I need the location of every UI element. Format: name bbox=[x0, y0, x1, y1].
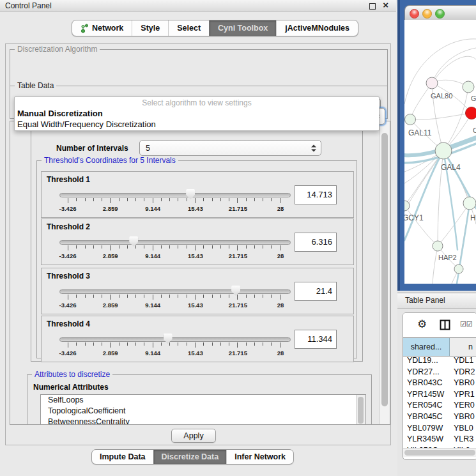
threshold-2-slider[interactable]: -3.4262.8599.14415.4321.71528 bbox=[59, 236, 291, 263]
tick-label: 9.144 bbox=[145, 205, 160, 212]
table-cell-name[interactable]: YER0 bbox=[454, 400, 475, 411]
threshold-2-value-field[interactable]: 6.316 bbox=[295, 233, 337, 252]
app-root: Control Panel × Network Style Select Cyn… bbox=[0, 0, 476, 476]
split-columns-icon[interactable] bbox=[440, 319, 450, 330]
threshold-4-value-field[interactable]: 11.344 bbox=[295, 330, 337, 349]
attribute-item[interactable]: TopologicalCoefficient bbox=[41, 406, 365, 417]
algorithm-option-manual[interactable]: Manual Discretization bbox=[17, 108, 376, 119]
algorithm-dropdown-popup: Select algorithm to view settings Manual… bbox=[14, 96, 380, 131]
threshold-1-panel: Threshold 1 -3.4262.8599.14415.4321.7152… bbox=[41, 171, 354, 218]
network-node[interactable] bbox=[463, 197, 476, 210]
table-row[interactable]: YER054CYER0 bbox=[403, 400, 476, 411]
table-cell-name[interactable]: YDL1 bbox=[454, 355, 473, 367]
checkboxes-icon[interactable]: ☑☑ bbox=[460, 320, 473, 328]
table-horizontal-scrollbar[interactable] bbox=[403, 448, 476, 457]
threshold-3-panel: Threshold 3 -3.4262.8599.14415.4321.7152… bbox=[41, 268, 354, 314]
tick-label: 21.715 bbox=[229, 205, 247, 212]
table-cell-shared-name[interactable]: YDL19... bbox=[407, 355, 438, 367]
close-icon[interactable]: × bbox=[383, 0, 388, 11]
network-canvas[interactable]: GAL80 G C GAL11 GAL4 GCY1 H HAP2 bbox=[404, 20, 476, 284]
network-thick-edges bbox=[404, 137, 476, 284]
table-row[interactable]: YPR145WYPR1 bbox=[403, 389, 476, 401]
close-traffic-light-icon[interactable] bbox=[410, 9, 419, 19]
network-node-selected[interactable] bbox=[466, 107, 476, 119]
thresholds-group-title: Threshold's Coordinates for 5 Intervals bbox=[42, 156, 178, 165]
settings-scrollbar-thumb[interactable] bbox=[381, 133, 388, 406]
slider-ticks bbox=[68, 245, 280, 252]
zoom-traffic-light-icon[interactable] bbox=[435, 9, 445, 19]
table-cell-shared-name[interactable]: YBR045C bbox=[407, 411, 443, 423]
tab-infer-network[interactable]: Infer Network bbox=[226, 450, 293, 464]
table-panel-title: Table Panel bbox=[405, 293, 445, 308]
threshold-1-slider[interactable]: -3.4262.8599.14415.4321.71528 bbox=[59, 188, 291, 215]
table-cell-name[interactable]: YBR0 bbox=[454, 411, 475, 423]
tab-impute-data[interactable]: Impute Data bbox=[92, 450, 153, 464]
table-cell-shared-name[interactable]: YLR345W bbox=[407, 434, 443, 445]
node-label-gal4: GAL4 bbox=[441, 163, 461, 172]
table-toolbar: ⚙ ☑☑ bbox=[403, 313, 476, 337]
network-node[interactable] bbox=[405, 114, 416, 125]
table-header-name[interactable]: n bbox=[450, 338, 476, 356]
minimize-traffic-light-icon[interactable] bbox=[422, 9, 432, 19]
tick-label: 28 bbox=[277, 349, 284, 357]
apply-button[interactable]: Apply bbox=[171, 429, 216, 443]
settings-scrollbar[interactable] bbox=[380, 121, 390, 424]
network-node[interactable] bbox=[435, 142, 452, 159]
table-cell-shared-name[interactable]: YPR145W bbox=[407, 389, 444, 401]
table-cell-shared-name[interactable]: YER054C bbox=[407, 400, 443, 411]
table-cell-name[interactable]: YBR0 bbox=[454, 378, 475, 389]
threshold-1-value-field[interactable]: 14.713 bbox=[295, 185, 337, 204]
algorithm-prompt-option[interactable]: Select algorithm to view settings bbox=[15, 98, 379, 108]
table-cell-name[interactable]: YLR3 bbox=[454, 434, 473, 445]
threshold-4-slider[interactable]: -3.4262.8599.14415.4321.71528 bbox=[59, 333, 291, 360]
float-window-icon[interactable] bbox=[369, 3, 376, 10]
network-node[interactable] bbox=[463, 81, 474, 93]
table-row[interactable]: YDL19...YDL1 bbox=[403, 355, 476, 367]
threshold-2-label: Threshold 2 bbox=[47, 222, 90, 231]
network-node[interactable] bbox=[454, 265, 463, 273]
table-panel: ⚙ ☑☑ shared... n YDL19...YDL1YDR27...YDR… bbox=[403, 312, 476, 460]
tab-style[interactable]: Style bbox=[132, 20, 168, 36]
table-header-shared-name[interactable]: shared... bbox=[403, 338, 450, 356]
table-cell-shared-name[interactable]: YBL079W bbox=[407, 423, 443, 434]
tab-discretize-data[interactable]: Discretize Data bbox=[153, 450, 227, 464]
table-cell-shared-name[interactable]: YBR043C bbox=[407, 378, 443, 389]
threshold-4-label: Threshold 4 bbox=[47, 319, 90, 328]
tick-label: 28 bbox=[277, 252, 284, 259]
table-row[interactable]: YBR045CYBR0 bbox=[403, 411, 476, 423]
table-cell-shared-name[interactable]: YDR27... bbox=[407, 367, 440, 378]
tick-label: 28 bbox=[277, 205, 284, 212]
tab-network[interactable]: Network bbox=[72, 20, 132, 36]
number-of-intervals-combobox[interactable]: 5 bbox=[139, 140, 321, 156]
table-cell-name[interactable]: YBL0 bbox=[454, 423, 473, 434]
slider-ticks bbox=[68, 295, 280, 301]
table-cell-name[interactable]: YPR1 bbox=[454, 389, 475, 401]
network-node[interactable] bbox=[426, 77, 438, 89]
network-node[interactable] bbox=[404, 201, 410, 211]
threshold-3-value-field[interactable]: 21.4 bbox=[295, 282, 337, 301]
gear-icon[interactable]: ⚙ bbox=[417, 318, 427, 330]
table-row[interactable]: YBL079WYBL0 bbox=[403, 423, 476, 434]
tick-label: 15.43 bbox=[188, 252, 203, 259]
table-row[interactable]: YLR345WYLR3 bbox=[403, 434, 476, 445]
attribute-item[interactable]: BetweennessCentrality bbox=[41, 417, 365, 425]
tab-select[interactable]: Select bbox=[168, 20, 209, 36]
attribute-item[interactable]: SelfLoops bbox=[41, 395, 365, 406]
tab-cyni-toolbox[interactable]: Cyni Toolbox bbox=[209, 20, 276, 36]
table-scrollbar-thumb[interactable] bbox=[404, 450, 475, 456]
table-data-group-title: Table Data bbox=[15, 81, 56, 90]
tick-label: 15.43 bbox=[188, 205, 203, 212]
network-node[interactable] bbox=[433, 241, 443, 251]
threshold-3-slider[interactable]: -3.4262.8599.14415.4321.71528 bbox=[59, 285, 291, 312]
table-row[interactable]: YDR27...YDR2 bbox=[403, 367, 476, 378]
table-row[interactable]: YBR043CYBR0 bbox=[403, 378, 476, 389]
list-scrollbar-thumb[interactable] bbox=[358, 397, 364, 424]
tick-label: 9.144 bbox=[145, 252, 160, 259]
node-label-gcy1: GCY1 bbox=[404, 213, 424, 222]
control-panel-title: Control Panel bbox=[5, 0, 52, 12]
network-window-titlebar[interactable] bbox=[404, 5, 476, 21]
table-cell-name[interactable]: YDR2 bbox=[454, 367, 475, 378]
tab-jactivemnodules[interactable]: jActiveMNodules bbox=[276, 20, 358, 36]
algorithm-option-equal-width[interactable]: Equal Width/Frequency Discretization bbox=[17, 119, 376, 130]
list-scrollbar[interactable] bbox=[356, 395, 365, 425]
